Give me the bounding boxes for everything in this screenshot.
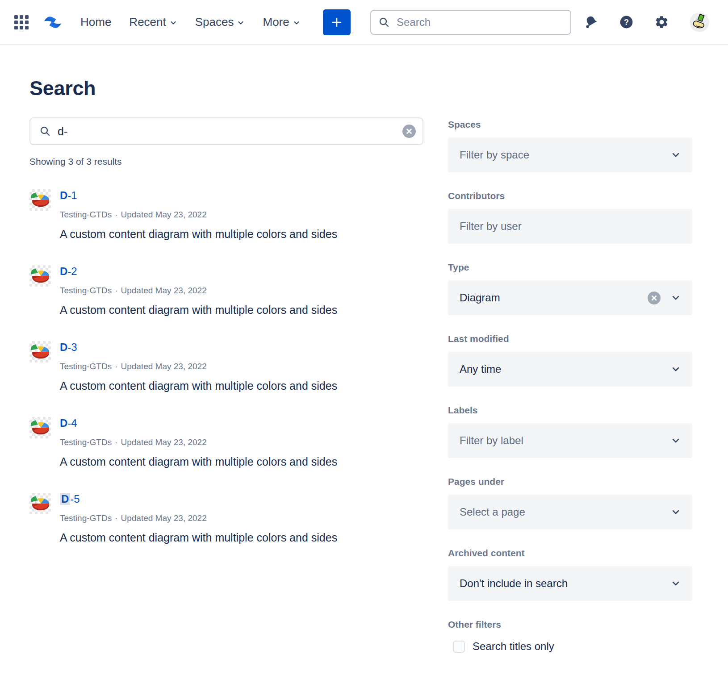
diagram-thumbnail[interactable]	[29, 341, 51, 362]
result-separator: ·	[115, 286, 117, 295]
filter-value: Filter by label	[460, 434, 671, 447]
filter-field[interactable]: Diagram	[448, 280, 692, 315]
filter-section: Labels Filter by label	[448, 404, 692, 458]
global-search-input[interactable]	[396, 16, 568, 29]
diagram-thumbnail[interactable]	[29, 417, 51, 438]
result-title-match: D	[60, 341, 67, 353]
pie-chart-icon	[29, 417, 51, 438]
filter-value: Filter by user	[460, 220, 681, 233]
results-search-field[interactable]	[29, 117, 423, 145]
other-filters-label: Other filters	[448, 619, 692, 630]
result-description: A custom content diagram with multiple c…	[60, 303, 337, 317]
result-title-match: D	[60, 493, 70, 505]
nav-item-spaces[interactable]: Spaces	[195, 15, 245, 29]
result-updated: Updated May 23, 2022	[121, 513, 206, 523]
create-button[interactable]	[323, 9, 351, 35]
filter-field[interactable]: Filter by space	[448, 138, 692, 172]
filter-field[interactable]: Don't include in search	[448, 566, 692, 601]
global-search-field[interactable]	[370, 10, 571, 35]
filter-value: Any time	[460, 363, 671, 375]
filter-value: Filter by space	[460, 149, 671, 161]
search-titles-only-checkbox[interactable]	[453, 641, 465, 653]
filter-label: Last modified	[448, 333, 692, 345]
chevron-down-icon	[671, 579, 681, 588]
nav-item-label: Recent	[129, 15, 166, 29]
search-icon	[378, 17, 390, 28]
nav-item-more[interactable]: More	[263, 15, 300, 29]
result-space: Testing-GTDs	[60, 362, 112, 371]
result-space: Testing-GTDs	[60, 210, 112, 219]
results-search-input[interactable]	[57, 125, 402, 138]
result-title-link[interactable]: D-4	[60, 417, 77, 429]
filter-section: Spaces Filter by space	[448, 119, 692, 172]
filter-field[interactable]: Filter by user	[448, 209, 692, 244]
result-body: D-1 Testing-GTDs·Updated May 23, 2022 A …	[60, 189, 337, 241]
help-icon[interactable]: ?	[619, 15, 634, 29]
nav-item-label: Spaces	[195, 15, 234, 29]
pie-chart-icon	[29, 189, 51, 211]
app-switcher-grid-icon[interactable]	[13, 14, 29, 30]
chevron-down-icon	[169, 19, 177, 27]
filter-value: Diagram	[460, 292, 648, 304]
result-title-link[interactable]: D-3	[60, 341, 77, 354]
filter-label: Archived content	[448, 547, 692, 559]
filter-field[interactable]: Any time	[448, 352, 692, 387]
topbar-icons: ?	[584, 12, 709, 32]
diagram-thumbnail[interactable]	[29, 493, 51, 514]
nav-item-recent[interactable]: Recent	[129, 15, 177, 29]
result-separator: ·	[115, 362, 117, 371]
result-title-rest: -3	[67, 341, 77, 353]
result-meta: Testing-GTDs·Updated May 23, 2022	[60, 513, 337, 524]
filter-value: Don't include in search	[460, 577, 671, 590]
diagram-thumbnail[interactable]	[29, 189, 51, 211]
search-icon	[39, 125, 51, 137]
clear-search-button[interactable]	[402, 125, 416, 138]
filter-section: Contributors Filter by user	[448, 190, 692, 244]
gear-icon[interactable]	[654, 15, 669, 29]
result-body: D-4 Testing-GTDs·Updated May 23, 2022 A …	[60, 417, 337, 468]
result-description: A custom content diagram with multiple c…	[60, 379, 337, 392]
filter-label: Pages under	[448, 476, 692, 488]
confluence-logo[interactable]	[42, 12, 63, 33]
search-result-item: D-2 Testing-GTDs·Updated May 23, 2022 A …	[29, 265, 423, 317]
chevron-down-icon	[671, 364, 681, 374]
page-title: Search	[29, 77, 423, 100]
result-space: Testing-GTDs	[60, 438, 112, 447]
nav-item-home[interactable]: Home	[80, 15, 111, 29]
result-meta: Testing-GTDs·Updated May 23, 2022	[60, 361, 337, 372]
avatar-thumbs-up[interactable]	[690, 12, 709, 32]
filter-section: Last modified Any time	[448, 333, 692, 387]
result-title-link[interactable]: D-1	[60, 189, 77, 202]
main-navigation: Home Recent Spaces More	[80, 15, 301, 29]
svg-text:?: ?	[624, 18, 629, 27]
chevron-down-icon	[293, 19, 301, 27]
results-summary: Showing 3 of 3 results	[29, 156, 423, 167]
result-separator: ·	[115, 513, 117, 523]
result-separator: ·	[115, 210, 117, 219]
search-titles-only-label[interactable]: Search titles only	[473, 640, 554, 653]
bell-icon[interactable]	[584, 15, 598, 29]
result-space: Testing-GTDs	[60, 513, 112, 523]
filters-panel: Spaces Filter by space Contributors Filt…	[448, 119, 692, 653]
diagram-thumbnail[interactable]	[29, 265, 51, 287]
plus-icon	[330, 16, 343, 29]
result-description: A custom content diagram with multiple c…	[60, 531, 337, 544]
clear-filter-icon[interactable]	[648, 292, 661, 304]
pie-chart-icon	[29, 265, 51, 287]
result-updated: Updated May 23, 2022	[121, 210, 206, 219]
search-results-page: Search Showing 3 of 3 results D-1 Testin…	[0, 77, 423, 544]
result-meta: Testing-GTDs·Updated May 23, 2022	[60, 437, 337, 448]
search-titles-only-option[interactable]: Search titles only	[448, 640, 692, 653]
filter-field[interactable]: Select a page	[448, 495, 692, 529]
result-updated: Updated May 23, 2022	[121, 286, 206, 295]
result-title-link[interactable]: D-2	[60, 265, 77, 278]
result-title-rest: -1	[67, 189, 77, 201]
filter-field[interactable]: Filter by label	[448, 423, 692, 458]
result-title-match: D	[60, 265, 67, 277]
filter-label: Type	[448, 262, 692, 273]
result-title-link[interactable]: D-5	[60, 493, 80, 505]
filter-section: Pages under Select a page	[448, 476, 692, 529]
filter-section: Type Diagram	[448, 262, 692, 315]
filter-label: Spaces	[448, 119, 692, 130]
pie-chart-icon	[29, 493, 51, 514]
